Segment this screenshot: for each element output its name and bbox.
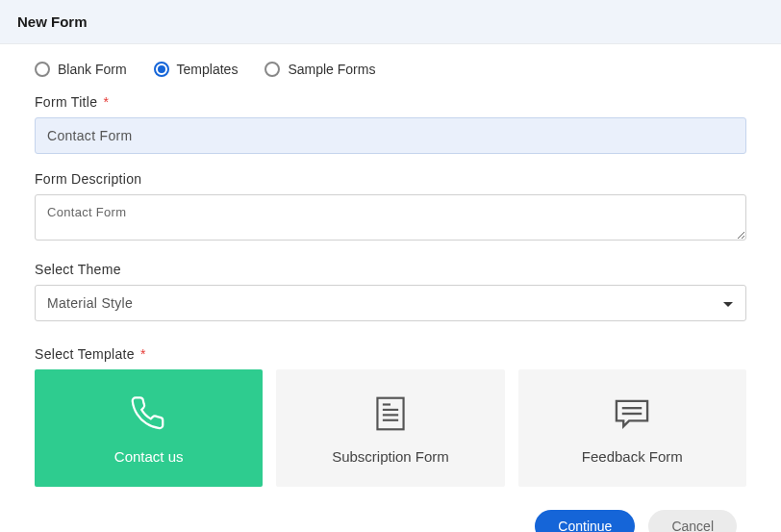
form-description-field: Form Description [35,171,746,244]
template-card-subscription-form[interactable]: Subscription Form [276,369,504,487]
template-name: Subscription Form [332,448,449,465]
label-text: Select Template [35,346,135,362]
radio-label: Templates [177,62,239,77]
document-icon [374,394,407,433]
form-description-input[interactable] [35,194,746,241]
template-card-contact-us[interactable]: Contact us [35,369,263,487]
radio-icon [265,62,280,77]
dialog-content: Blank Form Templates Sample Forms Form T… [0,44,781,532]
radio-label: Sample Forms [288,62,375,77]
dialog-footer: Continue Cancel [35,510,746,532]
select-theme-field: Select Theme Material Style [35,262,746,321]
dialog-header: New Form [0,0,781,44]
chat-icon [614,394,650,433]
radio-icon [35,62,50,77]
required-mark: * [103,94,109,110]
svg-rect-0 [377,397,403,429]
form-title-field: Form Title * [35,94,746,154]
required-mark: * [140,346,146,362]
select-template-field: Select Template * Contact us [35,346,746,487]
phone-icon [131,394,167,433]
radio-blank-form[interactable]: Blank Form [35,62,127,77]
radio-dot-icon [158,65,165,73]
template-name: Feedback Form [582,448,683,465]
radio-label: Blank Form [58,62,127,77]
select-template-label: Select Template * [35,346,746,362]
form-title-label: Form Title * [35,94,746,110]
radio-sample-forms[interactable]: Sample Forms [265,62,375,77]
radio-templates[interactable]: Templates [154,62,239,77]
select-theme-dropdown[interactable]: Material Style [35,285,746,321]
template-card-feedback-form[interactable]: Feedback Form [518,369,746,487]
radio-icon [154,62,169,77]
template-name: Contact us [114,448,184,465]
continue-button[interactable]: Continue [535,510,635,532]
template-grid: Contact us Subscription Form [35,369,746,487]
select-theme-label: Select Theme [35,262,746,277]
form-description-label: Form Description [35,171,746,187]
dialog-title: New Form [17,13,764,30]
cancel-button[interactable]: Cancel [648,510,737,532]
label-text: Form Title [35,94,97,110]
select-theme-wrapper: Material Style [35,285,746,321]
form-title-input[interactable] [35,117,746,154]
form-type-radio-group: Blank Form Templates Sample Forms [35,62,746,77]
